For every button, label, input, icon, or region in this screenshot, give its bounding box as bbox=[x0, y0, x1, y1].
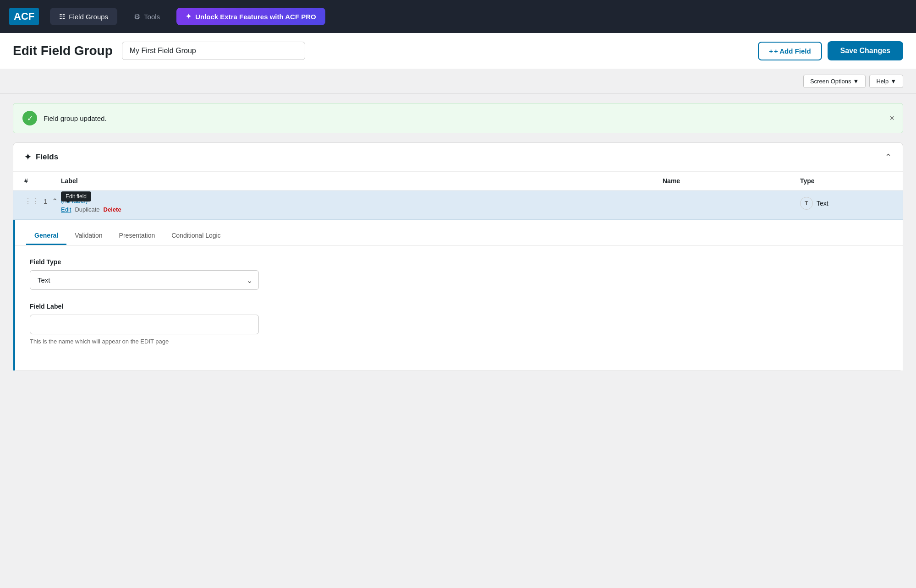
field-actions: Edit field Edit Duplicate Delete bbox=[61, 206, 663, 213]
success-icon: ✓ bbox=[22, 111, 37, 125]
field-label: (no label) bbox=[61, 197, 663, 204]
top-nav: ACF ☷ Field Groups ⚙ Tools ✦ Unlock Extr… bbox=[0, 0, 916, 33]
col-label: Label bbox=[61, 177, 663, 185]
field-row-label-area: (no label) Edit field Edit Duplicate Del… bbox=[61, 197, 663, 213]
col-type: Type bbox=[800, 177, 892, 185]
notice-text: Field group updated. bbox=[44, 114, 107, 122]
field-label-section: Field Label This is the name which will … bbox=[30, 303, 888, 345]
save-changes-button[interactable]: Save Changes bbox=[828, 41, 903, 60]
field-number: 1 bbox=[44, 198, 47, 205]
field-type-label-text: Field Type bbox=[30, 258, 888, 266]
plus-icon: + bbox=[769, 47, 773, 55]
list-icon: ☷ bbox=[59, 12, 65, 21]
fields-panel-title: ✦ Fields bbox=[24, 152, 58, 162]
tab-conditional-logic[interactable]: Conditional Logic bbox=[163, 227, 229, 245]
fields-panel: ✦ Fields ⌃ # Label Name Type ⋮⋮ 1 ⌃ (no … bbox=[13, 142, 903, 371]
col-name: Name bbox=[663, 177, 800, 185]
chevron-down-icon: ▼ bbox=[853, 78, 859, 85]
star-icon: ✦ bbox=[186, 12, 192, 21]
field-edit-area: General Validation Presentation Conditio… bbox=[13, 220, 903, 370]
page-title: Edit Field Group bbox=[13, 44, 113, 58]
sub-header: Screen Options ▼ Help ▼ bbox=[0, 69, 916, 94]
edit-field-tooltip: Edit field bbox=[61, 191, 91, 201]
field-label-help: This is the name which will appear on th… bbox=[30, 338, 888, 345]
field-groups-nav-button[interactable]: ☷ Field Groups bbox=[50, 8, 117, 25]
page-header: Edit Field Group + + Add Field Save Chan… bbox=[0, 33, 916, 69]
collapse-panel-button[interactable]: ⌃ bbox=[885, 152, 892, 162]
header-actions: + + Add Field Save Changes bbox=[758, 41, 903, 60]
field-duplicate-action[interactable]: Duplicate bbox=[75, 206, 99, 213]
fields-table-header: # Label Name Type bbox=[13, 172, 903, 191]
field-label-label-text: Field Label bbox=[30, 303, 888, 310]
main-content: ✓ Field group updated. × ✦ Fields ⌃ # La… bbox=[0, 94, 916, 380]
field-type-select-wrapper: Text Textarea Number Email URL Password … bbox=[30, 270, 259, 290]
tab-presentation[interactable]: Presentation bbox=[111, 227, 164, 245]
table-row: ⋮⋮ 1 ⌃ (no label) Edit field Edit Duplic… bbox=[13, 191, 903, 220]
col-hash: # bbox=[24, 177, 61, 185]
field-group-name-input[interactable] bbox=[122, 42, 305, 60]
tab-validation[interactable]: Validation bbox=[66, 227, 110, 245]
tools-icon: ⚙ bbox=[134, 12, 140, 21]
type-icon: T bbox=[800, 197, 813, 210]
field-label-input[interactable] bbox=[30, 315, 259, 334]
field-row-num: ⋮⋮ 1 ⌃ bbox=[24, 197, 61, 206]
screen-options-button[interactable]: Screen Options ▼ bbox=[803, 75, 866, 88]
field-type-select[interactable]: Text Textarea Number Email URL Password … bbox=[30, 270, 259, 290]
field-type-cell: T Text bbox=[800, 197, 892, 210]
tab-general[interactable]: General bbox=[26, 227, 66, 245]
drag-handle-icon[interactable]: ⋮⋮ bbox=[24, 197, 39, 206]
field-type-section: Field Type Text Textarea Number Email UR… bbox=[30, 258, 888, 290]
chevron-up-icon[interactable]: ⌃ bbox=[52, 197, 58, 206]
success-notice: ✓ Field group updated. × bbox=[13, 103, 903, 133]
chevron-down-icon: ▼ bbox=[890, 78, 896, 85]
pro-upgrade-button[interactable]: ✦ Unlock Extra Features with ACF PRO bbox=[176, 8, 325, 25]
notice-close-button[interactable]: × bbox=[889, 114, 894, 123]
help-button[interactable]: Help ▼ bbox=[869, 75, 903, 88]
field-delete-action[interactable]: Delete bbox=[104, 206, 121, 213]
field-type-label: Text bbox=[817, 200, 828, 207]
tools-nav-button[interactable]: ⚙ Tools bbox=[125, 8, 169, 26]
acf-logo: ACF bbox=[9, 8, 39, 25]
field-edit-tabs: General Validation Presentation Conditio… bbox=[15, 220, 903, 245]
add-field-button[interactable]: + + Add Field bbox=[758, 42, 822, 60]
fields-panel-header: ✦ Fields ⌃ bbox=[13, 143, 903, 172]
field-edit-content: Field Type Text Textarea Number Email UR… bbox=[15, 245, 903, 370]
field-edit-action[interactable]: Edit bbox=[61, 206, 71, 213]
fields-icon: ✦ bbox=[24, 152, 31, 162]
